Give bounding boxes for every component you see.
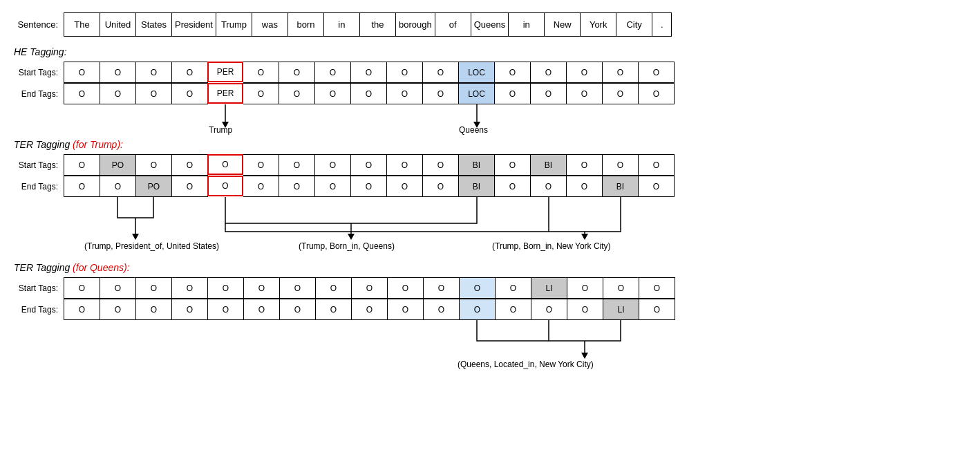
token-cell: in <box>509 13 545 37</box>
token-cell: borough <box>396 13 435 37</box>
tag-cell: O <box>496 299 531 320</box>
tag-cell: O <box>567 155 603 176</box>
tag-cell: O <box>423 84 459 104</box>
tag-cell: O <box>423 176 459 197</box>
tag-cell: O <box>64 84 100 104</box>
tag-cell: PER <box>207 62 243 82</box>
tag-cell: O <box>136 155 172 176</box>
tag-cell: O <box>387 84 423 104</box>
tag-cell: O <box>315 155 351 176</box>
tag-cell: O <box>496 278 531 299</box>
tag-cell: O <box>351 176 387 197</box>
tag-cell: O <box>603 278 639 299</box>
trump-label: Trump <box>209 125 232 135</box>
tag-cell: O <box>316 278 352 299</box>
tag-cell: O <box>567 299 603 320</box>
tag-cell: O <box>280 278 316 299</box>
tag-cell: O <box>136 278 172 299</box>
tag-cell: O <box>243 176 279 197</box>
tag-cell: O <box>423 155 459 176</box>
tag-cell: O <box>315 62 351 83</box>
tag-cell: O <box>243 62 279 83</box>
sentence-label: Sentence: <box>14 19 64 30</box>
tag-cell: O <box>280 299 316 320</box>
tag-cell: O <box>531 176 567 197</box>
tag-cell: PER <box>207 83 243 104</box>
he-start-label: Start Tags: <box>14 68 64 77</box>
token-cell: in <box>324 13 360 37</box>
tag-cell: O <box>423 62 459 83</box>
tag-table: OOOOOOOOOOOOOLIOOO <box>64 277 675 299</box>
tag-cell: O <box>603 155 639 176</box>
he-end-label: End Tags: <box>14 89 64 99</box>
token-table: TheUnitedStatesPresidentTrumpwasborninth… <box>64 12 672 37</box>
queens-label: Queens <box>459 125 488 135</box>
tag-cell: O <box>495 84 531 104</box>
tag-cell: O <box>639 84 675 104</box>
tag-cell: O <box>64 176 100 197</box>
tag-cell: O <box>639 299 675 320</box>
tag-cell: O <box>64 299 100 320</box>
tag-cell: O <box>172 278 208 299</box>
tag-cell: BI <box>459 176 495 197</box>
svg-marker-6 <box>581 234 588 240</box>
tag-cell: O <box>603 84 639 104</box>
tag-cell: O <box>100 84 136 104</box>
tag-cell: O <box>567 176 603 197</box>
ter-trump-for: (for Trump): <box>73 139 123 150</box>
tag-cell: O <box>136 299 172 320</box>
token-cell: York <box>581 13 616 37</box>
tag-cell: O <box>352 299 388 320</box>
tag-cell: O <box>495 176 531 197</box>
tag-cell: O <box>316 299 352 320</box>
tag-cell: O <box>64 62 100 83</box>
tag-cell: O <box>603 62 639 83</box>
tag-cell: PO <box>136 176 172 197</box>
tag-cell: O <box>172 155 208 176</box>
tag-table: OOOOOOOOOOOOOOOLIO <box>64 299 675 320</box>
tag-cell: O <box>279 62 315 83</box>
tag-cell: O <box>531 62 567 83</box>
tag-cell: O <box>351 84 387 104</box>
token-cell: Queens <box>471 13 509 37</box>
ter-queens-heading: TER Tagging (for Queens): <box>14 262 966 273</box>
token-cell: of <box>435 13 471 37</box>
tag-cell: O <box>279 176 315 197</box>
ter-trump-end-row: End Tags:OOPOOOOOOOOOBIOOOBIO <box>14 176 966 197</box>
tag-cell: O <box>387 62 423 83</box>
tag-cell: O <box>352 278 388 299</box>
tag-cell: O <box>388 278 424 299</box>
he-start-row: Start Tags:OOOOPEROOOOOOLOCOOOOO <box>14 62 966 83</box>
tag-cell: O <box>567 278 603 299</box>
tag-cell: LI <box>603 299 639 320</box>
tag-cell: O <box>172 62 208 83</box>
tag-cell: O <box>639 176 675 197</box>
tag-cell: O <box>244 299 280 320</box>
token-cell: Trump <box>216 13 252 37</box>
tag-cell: O <box>100 62 136 83</box>
tag-cell: O <box>279 84 315 104</box>
tag-cell: O <box>351 155 387 176</box>
tag-cell: O <box>639 62 675 83</box>
tag-cell: O <box>207 176 243 196</box>
tag-cell: LOC <box>459 62 495 83</box>
svg-marker-5 <box>348 234 355 240</box>
ter-queens-start-label: Start Tags: <box>14 283 64 293</box>
tag-table: OOOOPEROOOOOOLOCOOOOO <box>64 62 675 83</box>
tag-table: OOPOOOOOOOOOBIOOOBIO <box>64 176 675 197</box>
tag-cell: O <box>244 278 280 299</box>
ter-queens-end-label: End Tags: <box>14 305 64 315</box>
token-cell: The <box>64 13 100 37</box>
token-cell: States <box>136 13 172 37</box>
tag-cell: O <box>100 176 136 197</box>
tag-cell: O <box>315 84 351 104</box>
tag-cell: O <box>64 155 100 176</box>
tag-cell: O <box>207 154 243 175</box>
ter-trump-tuple3-label: (Trump, Born_in, New York City) <box>492 241 611 251</box>
tag-cell: O <box>639 278 675 299</box>
tag-cell: O <box>100 278 136 299</box>
svg-marker-7 <box>581 353 588 359</box>
tag-cell: O <box>172 299 208 320</box>
tag-cell: O <box>639 155 675 176</box>
ter-trump-tuple2-label: (Trump, Born_in, Queens) <box>299 241 395 251</box>
